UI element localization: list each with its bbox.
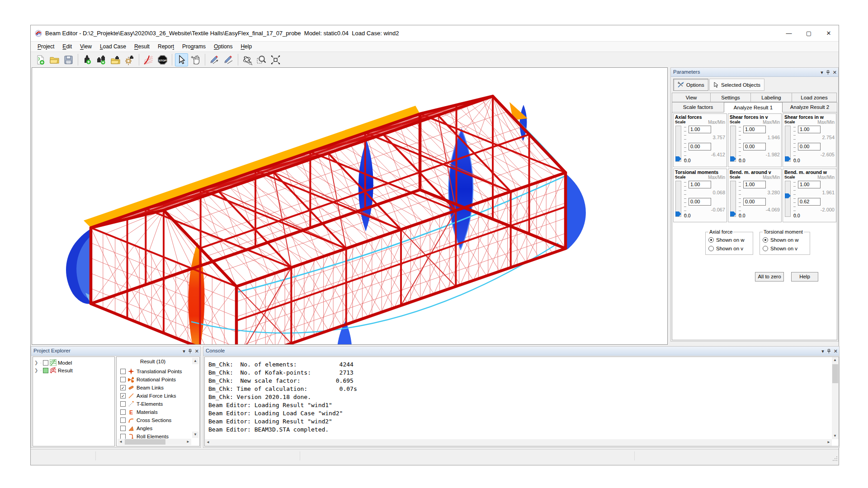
close-button[interactable]: ✕: [819, 25, 839, 42]
open-project-button[interactable]: [48, 53, 61, 66]
minimize-button[interactable]: —: [779, 25, 799, 42]
offset-value-input[interactable]: 0.00: [743, 198, 766, 206]
tab-scale-factors[interactable]: Scale factors: [672, 102, 724, 113]
menu-edit[interactable]: Edit: [58, 42, 76, 52]
offset-value-input[interactable]: 0.00: [743, 143, 766, 150]
expand-icon[interactable]: ❯: [34, 368, 38, 373]
scale-value-input[interactable]: 1.00: [798, 126, 821, 133]
radio-shown-on-v[interactable]: Shown on v: [708, 244, 750, 253]
calculate-load-case-button[interactable]: [123, 53, 136, 66]
tab-analyze-result-1[interactable]: Analyze Result 1: [724, 102, 783, 113]
console-output[interactable]: Bm_Chk: No. of elements: 4244Bm_Chk: No.…: [204, 357, 839, 446]
maximize-button[interactable]: ▢: [799, 25, 819, 42]
zoom-window-button[interactable]: [255, 53, 268, 66]
add-load-case-button[interactable]: [81, 53, 94, 66]
scale-slider[interactable]: [785, 126, 791, 162]
pin-icon[interactable]: [827, 349, 831, 354]
pan-mode-button[interactable]: [189, 53, 202, 66]
tree-item-model[interactable]: ❯··✓Model: [33, 359, 114, 366]
pin-icon[interactable]: [826, 70, 830, 75]
select-mode-button[interactable]: [175, 53, 188, 66]
radio-button[interactable]: [708, 237, 714, 243]
resize-grip[interactable]: [832, 456, 838, 461]
panel-close-icon[interactable]: ✕: [833, 70, 837, 75]
title-bar[interactable]: Beam Editor - D:\2_Projekte\Easy\2020\03…: [31, 25, 839, 42]
radio-shown-on-v[interactable]: Shown on v: [763, 244, 807, 253]
menu-view[interactable]: View: [76, 42, 96, 52]
tab-load-zones[interactable]: Load zones: [792, 93, 837, 102]
selected-objects-button[interactable]: Selected Objects: [709, 79, 764, 91]
radio-shown-on-w[interactable]: Shown on w: [763, 235, 807, 244]
result-list-item[interactable]: ✓Angles: [120, 425, 152, 432]
radio-shown-on-w[interactable]: Shown on w: [708, 235, 750, 244]
menu-options[interactable]: Options: [210, 42, 236, 52]
vertical-scrollbar[interactable]: ▲ ▼: [832, 357, 839, 439]
scale-value-input[interactable]: 1.00: [743, 126, 766, 133]
scroll-up-button[interactable]: ▲: [832, 357, 838, 363]
scale-value-input[interactable]: 1.00: [689, 181, 711, 188]
show-results-button[interactable]: [142, 53, 155, 66]
new-project-button[interactable]: [34, 53, 47, 66]
tab-analyze-result-2[interactable]: Analyze Result 2: [782, 102, 837, 113]
offset-value-input[interactable]: 0.00: [798, 143, 821, 150]
menu-result[interactable]: Result: [130, 42, 154, 52]
offset-value-input[interactable]: 0.00: [689, 143, 711, 150]
save-project-button[interactable]: [62, 53, 75, 66]
scroll-up-button[interactable]: ▲: [192, 358, 198, 364]
help-button[interactable]: Help: [791, 272, 818, 282]
scale-slider-thumb[interactable]: [675, 156, 681, 161]
scroll-left-button[interactable]: ◄: [118, 439, 124, 445]
result-list-item[interactable]: ✓Axial Force Links: [120, 392, 176, 399]
horizontal-scrollbar[interactable]: ◄ ►: [118, 439, 191, 445]
tree-checkbox[interactable]: ✓: [43, 368, 48, 373]
scroll-down-button[interactable]: ▼: [192, 432, 198, 438]
item-checkbox[interactable]: ✓: [120, 369, 126, 374]
scale-slider-thumb[interactable]: [675, 211, 681, 216]
scroll-left-button[interactable]: ◄: [205, 439, 211, 446]
menu-load-case[interactable]: Load Case: [96, 42, 130, 52]
options-toggle-button[interactable]: Options: [673, 79, 708, 91]
tab-settings[interactable]: Settings: [710, 93, 751, 102]
panel-close-icon[interactable]: ✕: [834, 348, 838, 354]
result-list-item[interactable]: ✓Translational Points: [120, 368, 182, 375]
item-checkbox[interactable]: ✓: [120, 401, 126, 407]
scrollbar-thumb[interactable]: [832, 364, 838, 383]
offset-value-input[interactable]: 0.00: [689, 198, 711, 206]
add-load-cases-button[interactable]: [95, 53, 108, 66]
panel-menu-icon[interactable]: ▾: [821, 70, 823, 75]
item-checkbox[interactable]: ✓: [120, 409, 126, 415]
item-checkbox[interactable]: ✓: [120, 418, 126, 423]
scale-slider[interactable]: [730, 126, 736, 162]
pin-icon[interactable]: [188, 349, 192, 354]
result-list-item[interactable]: ✓Rotational Points: [120, 376, 176, 383]
scale-value-input[interactable]: 1.00: [743, 181, 766, 188]
edit-dimension-2-button[interactable]: [222, 53, 235, 66]
model-viewport[interactable]: [32, 67, 668, 345]
menu-project[interactable]: Project: [33, 42, 58, 52]
result-list-item[interactable]: ✓Cross Sections: [120, 417, 171, 424]
panel-menu-icon[interactable]: ▾: [821, 348, 824, 354]
item-checkbox[interactable]: ✓: [120, 385, 126, 390]
radio-button[interactable]: [708, 246, 714, 251]
project-explorer-header[interactable]: Project Explorer ▾ ✕: [31, 347, 200, 356]
menu-help[interactable]: Help: [236, 42, 256, 52]
scale-value-input[interactable]: 1.00: [798, 181, 821, 188]
panel-close-icon[interactable]: ✕: [195, 348, 199, 354]
scale-value-input[interactable]: 1.00: [689, 126, 711, 133]
radio-button[interactable]: [763, 246, 768, 251]
console-header[interactable]: Console ▾ ✕: [203, 347, 839, 356]
tab-view[interactable]: View: [672, 93, 711, 102]
scale-slider-thumb[interactable]: [785, 193, 791, 198]
scale-slider[interactable]: [785, 181, 791, 217]
scroll-down-button[interactable]: ▼: [832, 433, 838, 439]
stop-button[interactable]: STOP: [156, 53, 169, 66]
tree-checkbox[interactable]: ✓: [43, 360, 48, 366]
fit-view-button[interactable]: [269, 53, 282, 66]
scale-slider[interactable]: [675, 126, 681, 162]
parameters-panel-header[interactable]: Parameters ▾ ✕: [671, 68, 838, 77]
menu-report[interactable]: Report: [154, 42, 178, 52]
item-checkbox[interactable]: ✓: [120, 377, 126, 382]
result-list-item[interactable]: ✓Beam Links: [120, 384, 164, 391]
panel-menu-icon[interactable]: ▾: [183, 348, 185, 354]
scroll-right-button[interactable]: ►: [185, 439, 191, 445]
